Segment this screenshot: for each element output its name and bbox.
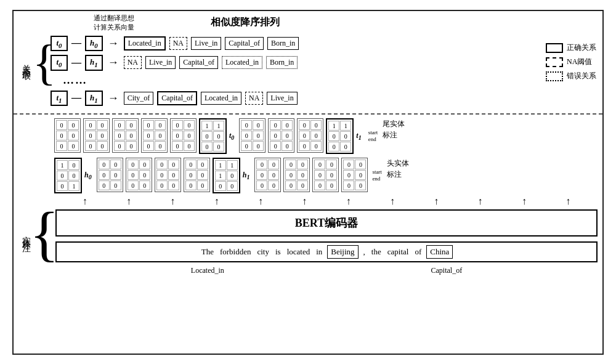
rel-na-r1: NA	[124, 56, 142, 69]
left-brace: {	[38, 38, 51, 87]
rel-located-in-r0: Located_in	[124, 36, 166, 51]
rel-capital-of-r1: Capital_of	[179, 56, 218, 69]
rel-capital-of-r2: Capital_of	[157, 91, 197, 105]
rel-label-located-in: Located_in	[191, 266, 224, 275]
rel-located-in-r1: Located_in	[222, 56, 262, 69]
tail-startend: start end	[368, 129, 378, 143]
left-brace2: {	[38, 203, 51, 265]
entity-h1-row1: h1	[85, 55, 103, 71]
legend-wrong: 错误关系	[546, 71, 598, 81]
dots-separator: ……	[51, 75, 541, 87]
legend-label-wrong: 错误关系	[567, 71, 596, 81]
relation-row-0: t0 — h0 → Located_in NA Live_in Capital_…	[51, 36, 541, 52]
matrix-6: 11 00 00	[199, 118, 227, 154]
entity-h1-row2: h1	[85, 91, 103, 107]
input-sentence: The forbidden city is located in Beijing…	[55, 241, 598, 262]
legend-na: NA阈值	[546, 57, 598, 67]
tail-entity-label: 尾实体 标注	[383, 118, 405, 140]
arrow-4: ↑	[214, 196, 219, 207]
relation-row-2: t1 — h1 → City_of Capital_of Located_in …	[51, 91, 541, 107]
matrix-grid-1: 00 00 00	[54, 118, 81, 153]
matrix-grid-4: 00 00 00	[141, 118, 168, 153]
annotation-note: 通过翻译思想 计算关系向量	[94, 14, 134, 33]
matrix-h-grid-8: 00 00 00	[283, 158, 310, 192]
arrow-1: ↑	[83, 196, 87, 207]
matrix-8: 00 00 00	[268, 118, 294, 153]
rel-na-r2: NA	[245, 92, 263, 105]
word-capital: capital	[386, 246, 410, 258]
arrow-6: ↑	[302, 196, 307, 207]
rel-capital-of-r0: Capital_of	[225, 37, 264, 50]
head-entity-label: 头实体 标注	[387, 158, 409, 180]
matrix-h1-group: 11 10 00 h1	[213, 158, 253, 193]
matrix-grid-7: 00 00 00	[239, 118, 265, 153]
arrows-row: ↑ ↑ ↑ ↑ ↑ ↑ ↑ ↑ ↑ ↑ ↑ ↑	[51, 195, 602, 207]
bert-label: BERT编码器	[295, 217, 358, 229]
matrix-grid-2: 00 00 00	[83, 118, 110, 153]
word-forbidden: forbidden	[219, 246, 253, 258]
word-located: located	[286, 246, 312, 258]
rel-live-in-r0: Live_in	[191, 37, 221, 50]
legend-label-na: NA阈值	[567, 57, 592, 67]
rel-live-in-r1: Live_in	[145, 56, 176, 69]
t0-label: t0	[229, 131, 234, 141]
arrow-5: ↑	[258, 196, 263, 207]
legend-label-correct: 正确关系	[567, 42, 596, 53]
arrow-9: ↑	[434, 196, 439, 207]
entity-t0-row1: t0	[51, 55, 68, 71]
matrix-t1-group: 11 00 00 t1	[326, 118, 363, 154]
matrix-t0-group: 11 00 00 t0	[199, 118, 237, 154]
bert-encoder: BERT编码器	[55, 209, 598, 237]
entity-t0-row0: t0	[51, 36, 68, 52]
matrix-h0-group: 10 00 01 h0	[54, 158, 94, 193]
rel-na-r0: NA	[169, 37, 187, 50]
similarity-title: 相似度降序排列	[211, 16, 280, 29]
matrix-grid-5: 00 00 00	[170, 118, 197, 153]
matrix-2: 00 00 00	[83, 118, 110, 153]
legend-box-wrong	[546, 71, 563, 81]
matrix-9: 00 00 00	[297, 118, 323, 153]
rel-city-of-r2: City_of	[124, 92, 154, 105]
matrix-h0-grid: 10 00 01	[54, 158, 82, 193]
matrix-h-3: 00 00 00	[126, 158, 152, 192]
matrix-grid-8: 00 00 00	[268, 118, 294, 153]
legend-box-correct	[546, 43, 563, 53]
rel-label-capital-of: Capital_of	[431, 266, 462, 275]
matrix-h-grid-3: 00 00 00	[126, 158, 152, 192]
word-beijing: Beijing	[327, 245, 358, 259]
rel-born-in-r1: Born_in	[266, 56, 298, 69]
arrow-12: ↑	[565, 196, 570, 207]
matrix-4: 00 00 00	[141, 118, 168, 153]
word-the2: the	[370, 246, 383, 258]
matrix-3: 00 00 00	[112, 118, 139, 153]
word-is: is	[274, 246, 282, 258]
arrow-row1: →	[108, 56, 119, 69]
legend: 正确关系 NA阈值 错误关系	[541, 16, 602, 109]
h0-label: h0	[84, 171, 92, 180]
matrix-h-grid-10: 00 00 00	[341, 158, 368, 192]
entity-annotation-section: 实体标注 { 00 00 00	[14, 115, 602, 353]
matrix-h-grid-7: 00 00 00	[254, 158, 281, 192]
matrix-h-8: 00 00 00	[283, 158, 310, 192]
matrices-section: 00 00 00 00 00 00 00	[51, 115, 602, 155]
rel-located-in-r2: Located_in	[201, 92, 241, 105]
arrow-11: ↑	[522, 196, 527, 207]
arrow-7: ↑	[346, 196, 351, 207]
main-diagram: 通过翻译思想 计算关系向量 相似度降序排列 关系抽取 { t0 — h0	[12, 10, 604, 355]
entity-t1-row2: t1	[51, 91, 68, 107]
relation-extraction-section: 通过翻译思想 计算关系向量 相似度降序排列 关系抽取 { t0 — h0	[14, 11, 602, 115]
legend-correct: 正确关系	[546, 42, 598, 53]
arrow-row2: →	[108, 92, 119, 105]
legend-box-na	[546, 57, 563, 67]
matrix-1: 00 00 00	[54, 118, 81, 153]
matrix-h-7: 00 00 00	[254, 158, 281, 192]
relation-row-1: t0 — h1 → NA Live_in Capital_of Located_…	[51, 55, 541, 71]
matrix-h-10: 00 00 00	[341, 158, 368, 192]
matrix-h-5: 00 00 00	[184, 158, 210, 192]
rel-live-in-r2: Live_in	[267, 92, 297, 105]
word-comma: ,	[362, 246, 367, 258]
matrix-grid-6: 11 00 00	[199, 118, 227, 154]
matrix-h-2: 00 00 00	[97, 158, 123, 192]
rel-born-in-r0: Born_in	[267, 37, 299, 50]
t1-label: t1	[356, 131, 361, 141]
